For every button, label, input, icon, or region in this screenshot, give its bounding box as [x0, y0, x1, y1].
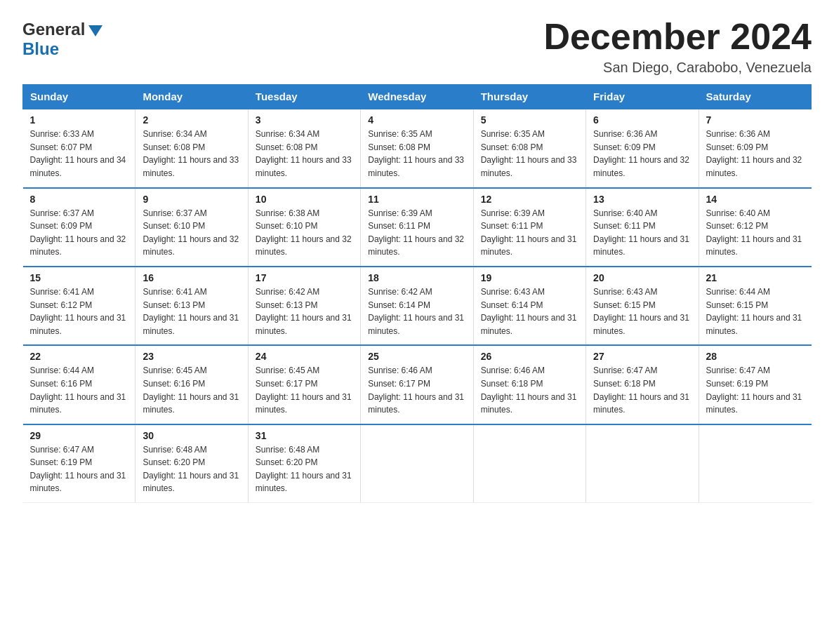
day-header-wednesday: Wednesday	[361, 85, 473, 109]
day-cell	[699, 424, 811, 503]
day-number: 6	[593, 114, 691, 126]
day-number: 3	[256, 114, 353, 126]
day-number: 7	[706, 114, 805, 126]
days-header-row: SundayMondayTuesdayWednesdayThursdayFrid…	[23, 85, 812, 109]
day-cell: 18Sunrise: 6:42 AMSunset: 6:14 PMDayligh…	[361, 267, 473, 345]
day-info: Sunrise: 6:44 AMSunset: 6:15 PMDaylight:…	[706, 286, 805, 337]
week-row-2: 8Sunrise: 6:37 AMSunset: 6:09 PMDaylight…	[23, 188, 812, 267]
day-number: 18	[368, 272, 465, 283]
day-info: Sunrise: 6:36 AMSunset: 6:09 PMDaylight:…	[593, 128, 691, 180]
day-info: Sunrise: 6:46 AMSunset: 6:17 PMDaylight:…	[368, 364, 465, 416]
day-cell: 13Sunrise: 6:40 AMSunset: 6:11 PMDayligh…	[586, 188, 699, 267]
day-cell: 15Sunrise: 6:41 AMSunset: 6:12 PMDayligh…	[23, 267, 135, 345]
title-block: December 2024 San Diego, Carabobo, Venez…	[543, 17, 812, 76]
logo-blue-text: Blue	[22, 39, 59, 58]
day-cell: 11Sunrise: 6:39 AMSunset: 6:11 PMDayligh…	[361, 188, 473, 267]
day-header-tuesday: Tuesday	[248, 85, 360, 109]
day-info: Sunrise: 6:45 AMSunset: 6:17 PMDaylight:…	[256, 364, 353, 416]
day-info: Sunrise: 6:46 AMSunset: 6:18 PMDaylight:…	[481, 364, 578, 416]
day-cell: 24Sunrise: 6:45 AMSunset: 6:17 PMDayligh…	[248, 345, 360, 424]
day-info: Sunrise: 6:36 AMSunset: 6:09 PMDaylight:…	[706, 128, 805, 180]
day-info: Sunrise: 6:47 AMSunset: 6:18 PMDaylight:…	[593, 364, 691, 416]
day-cell: 14Sunrise: 6:40 AMSunset: 6:12 PMDayligh…	[699, 188, 811, 267]
day-number: 28	[706, 351, 805, 362]
day-number: 31	[256, 430, 353, 441]
day-info: Sunrise: 6:42 AMSunset: 6:14 PMDaylight:…	[368, 286, 465, 337]
week-row-1: 1Sunrise: 6:33 AMSunset: 6:07 PMDaylight…	[23, 109, 812, 187]
day-info: Sunrise: 6:43 AMSunset: 6:15 PMDaylight:…	[593, 286, 691, 337]
day-cell: 8Sunrise: 6:37 AMSunset: 6:09 PMDaylight…	[23, 188, 135, 267]
location-title: San Diego, Carabobo, Venezuela	[543, 60, 812, 76]
day-info: Sunrise: 6:44 AMSunset: 6:16 PMDaylight:…	[30, 364, 128, 416]
day-info: Sunrise: 6:38 AMSunset: 6:10 PMDaylight:…	[256, 207, 353, 259]
day-header-monday: Monday	[135, 85, 248, 109]
day-number: 27	[593, 351, 691, 362]
day-number: 24	[256, 351, 353, 362]
day-cell: 26Sunrise: 6:46 AMSunset: 6:18 PMDayligh…	[473, 345, 585, 424]
day-number: 29	[30, 430, 128, 441]
day-number: 4	[368, 114, 465, 126]
day-number: 22	[30, 351, 128, 362]
day-number: 16	[143, 272, 240, 283]
day-cell: 19Sunrise: 6:43 AMSunset: 6:14 PMDayligh…	[473, 267, 585, 345]
day-cell: 16Sunrise: 6:41 AMSunset: 6:13 PMDayligh…	[135, 267, 248, 345]
day-info: Sunrise: 6:37 AMSunset: 6:09 PMDaylight:…	[30, 207, 128, 259]
day-header-thursday: Thursday	[473, 85, 585, 109]
day-number: 2	[143, 114, 240, 126]
calendar-table: SundayMondayTuesdayWednesdayThursdayFrid…	[22, 84, 812, 503]
day-cell: 6Sunrise: 6:36 AMSunset: 6:09 PMDaylight…	[586, 109, 699, 187]
day-info: Sunrise: 6:47 AMSunset: 6:19 PMDaylight:…	[30, 443, 128, 495]
day-number: 20	[593, 272, 691, 283]
day-info: Sunrise: 6:47 AMSunset: 6:19 PMDaylight:…	[706, 364, 805, 416]
day-cell: 27Sunrise: 6:47 AMSunset: 6:18 PMDayligh…	[586, 345, 699, 424]
day-number: 17	[256, 272, 353, 283]
day-header-friday: Friday	[586, 85, 699, 109]
day-info: Sunrise: 6:43 AMSunset: 6:14 PMDaylight:…	[481, 286, 578, 337]
logo: General Blue	[22, 20, 102, 59]
day-info: Sunrise: 6:42 AMSunset: 6:13 PMDaylight:…	[256, 286, 353, 337]
day-number: 23	[143, 351, 240, 362]
day-info: Sunrise: 6:37 AMSunset: 6:10 PMDaylight:…	[143, 207, 240, 259]
day-info: Sunrise: 6:41 AMSunset: 6:13 PMDaylight:…	[143, 286, 240, 337]
week-row-5: 29Sunrise: 6:47 AMSunset: 6:19 PMDayligh…	[23, 424, 812, 503]
day-number: 14	[706, 194, 805, 205]
day-cell: 22Sunrise: 6:44 AMSunset: 6:16 PMDayligh…	[23, 345, 135, 424]
day-number: 8	[30, 194, 128, 205]
week-row-3: 15Sunrise: 6:41 AMSunset: 6:12 PMDayligh…	[23, 267, 812, 345]
day-info: Sunrise: 6:45 AMSunset: 6:16 PMDaylight:…	[143, 364, 240, 416]
day-info: Sunrise: 6:48 AMSunset: 6:20 PMDaylight:…	[143, 443, 240, 495]
day-header-saturday: Saturday	[699, 85, 811, 109]
day-cell: 29Sunrise: 6:47 AMSunset: 6:19 PMDayligh…	[23, 424, 135, 503]
day-cell: 10Sunrise: 6:38 AMSunset: 6:10 PMDayligh…	[248, 188, 360, 267]
day-info: Sunrise: 6:34 AMSunset: 6:08 PMDaylight:…	[256, 128, 353, 180]
day-cell	[473, 424, 585, 503]
day-info: Sunrise: 6:41 AMSunset: 6:12 PMDaylight:…	[30, 286, 128, 337]
day-cell: 25Sunrise: 6:46 AMSunset: 6:17 PMDayligh…	[361, 345, 473, 424]
day-cell: 4Sunrise: 6:35 AMSunset: 6:08 PMDaylight…	[361, 109, 473, 187]
day-cell: 3Sunrise: 6:34 AMSunset: 6:08 PMDaylight…	[248, 109, 360, 187]
day-cell: 23Sunrise: 6:45 AMSunset: 6:16 PMDayligh…	[135, 345, 248, 424]
day-cell: 28Sunrise: 6:47 AMSunset: 6:19 PMDayligh…	[699, 345, 811, 424]
day-header-sunday: Sunday	[23, 85, 135, 109]
day-cell: 9Sunrise: 6:37 AMSunset: 6:10 PMDaylight…	[135, 188, 248, 267]
day-number: 30	[143, 430, 240, 441]
day-info: Sunrise: 6:40 AMSunset: 6:11 PMDaylight:…	[593, 207, 691, 259]
day-number: 10	[256, 194, 353, 205]
day-number: 1	[30, 114, 128, 126]
day-cell	[361, 424, 473, 503]
day-cell: 12Sunrise: 6:39 AMSunset: 6:11 PMDayligh…	[473, 188, 585, 267]
day-number: 5	[481, 114, 578, 126]
day-info: Sunrise: 6:39 AMSunset: 6:11 PMDaylight:…	[368, 207, 465, 259]
week-row-4: 22Sunrise: 6:44 AMSunset: 6:16 PMDayligh…	[23, 345, 812, 424]
day-number: 25	[368, 351, 465, 362]
day-info: Sunrise: 6:39 AMSunset: 6:11 PMDaylight:…	[481, 207, 578, 259]
day-info: Sunrise: 6:34 AMSunset: 6:08 PMDaylight:…	[143, 128, 240, 180]
day-cell: 1Sunrise: 6:33 AMSunset: 6:07 PMDaylight…	[23, 109, 135, 187]
day-cell: 20Sunrise: 6:43 AMSunset: 6:15 PMDayligh…	[586, 267, 699, 345]
day-cell: 2Sunrise: 6:34 AMSunset: 6:08 PMDaylight…	[135, 109, 248, 187]
day-number: 13	[593, 194, 691, 205]
day-cell: 30Sunrise: 6:48 AMSunset: 6:20 PMDayligh…	[135, 424, 248, 503]
day-cell: 5Sunrise: 6:35 AMSunset: 6:08 PMDaylight…	[473, 109, 585, 187]
day-number: 9	[143, 194, 240, 205]
day-cell: 17Sunrise: 6:42 AMSunset: 6:13 PMDayligh…	[248, 267, 360, 345]
